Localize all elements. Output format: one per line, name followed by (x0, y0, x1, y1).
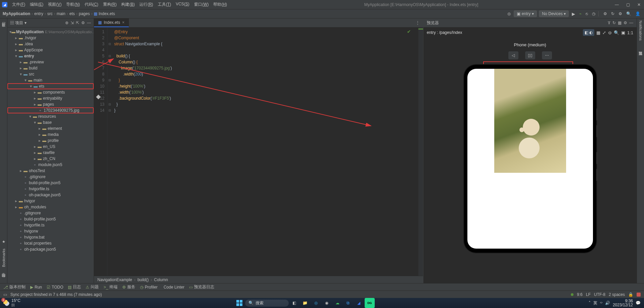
tree-row[interactable]: ▸▬oh_modules (7, 204, 94, 210)
editor-minimap[interactable] (418, 28, 423, 276)
tree-row[interactable]: ▫hvigorw.bat (7, 234, 94, 240)
fold-gutter[interactable]: ⊟⊟⊟⊟⊟⊟ (107, 28, 112, 276)
pv-grid-icon[interactable]: ▦ (596, 30, 600, 35)
pv-text-tool-icon[interactable]: 𝐓 (608, 20, 610, 25)
tree-row[interactable]: ▾▬base (7, 119, 94, 125)
bookmarks-icon[interactable]: ★ (2, 240, 5, 244)
breadcrumb-item[interactable]: entry (34, 11, 43, 16)
search-icon[interactable]: 🔍 (625, 11, 632, 17)
taskbar-weather[interactable]: 15°C 阴 (3, 298, 20, 308)
device-back-button[interactable]: ◁ (508, 51, 518, 59)
select-opened-icon[interactable]: ⊕ (65, 20, 68, 25)
explorer-icon[interactable]: 📁 (300, 298, 310, 308)
close-tab-icon[interactable]: × (122, 20, 125, 25)
tree-row[interactable]: ▸▬pages (7, 101, 94, 107)
coverage-button[interactable]: ⎋ (585, 11, 589, 17)
tree-row[interactable]: ▸▬rawfile (7, 150, 94, 156)
tree-row[interactable]: ▫oh-package.json5 (7, 246, 94, 252)
edge-icon[interactable]: ◎ (311, 298, 321, 308)
breadcrumb-item[interactable]: main (57, 11, 65, 16)
readonly-lock-icon[interactable]: 🔒 (628, 292, 633, 297)
tree-row[interactable]: ▫1702344909275.jpg (7, 107, 94, 113)
tree-row[interactable]: ▸▬.idea (7, 41, 94, 47)
bookmarks-tool-tab[interactable]: Bookmarks (2, 249, 6, 267)
hide-panel-icon[interactable]: — (87, 20, 91, 25)
caret-position[interactable]: 9:6 (577, 292, 583, 297)
tree-row[interactable]: ▾▬entry (7, 53, 94, 59)
ime-indicator[interactable]: 英 (593, 300, 597, 306)
toolwindow-tab[interactable]: ◷Profiler (140, 285, 157, 290)
settings-gear-icon[interactable]: ⚙ (81, 20, 85, 25)
breadcrumb-item[interactable]: MyApplication (3, 11, 30, 16)
tree-row[interactable]: ▸▬zh_CN (7, 156, 94, 162)
breadcrumb-item[interactable]: ▦ Index.ets (94, 11, 115, 16)
tree-row[interactable]: ▾▬src (7, 71, 94, 77)
tree-row[interactable]: ▫.gitignore (7, 210, 94, 216)
pv-hide-icon[interactable]: — (629, 20, 633, 25)
close-button[interactable]: ✕ (636, 2, 642, 8)
menu-item[interactable]: 运行(R) (137, 1, 155, 8)
tree-row[interactable]: ▸▬en_US (7, 144, 94, 150)
tree-row[interactable]: ▾▬resources (7, 113, 94, 119)
tree-row[interactable]: ▫hvigorfile.ts (7, 222, 94, 228)
datagrip-icon[interactable]: DG (365, 298, 375, 308)
toolwindow-tab[interactable]: ▤日志 (68, 284, 81, 290)
volume-icon[interactable]: 🔊 (605, 301, 610, 305)
tree-row[interactable]: ▸▬build (7, 65, 94, 71)
toolwindow-tab[interactable]: >_终端 (103, 284, 118, 290)
taskbar-search[interactable]: 🔍搜索 (245, 300, 289, 307)
menu-item[interactable]: 导航(N) (64, 1, 82, 8)
editor-breadcrumb[interactable]: NavigationExample› build()› Column (94, 276, 423, 283)
editor-tab-menu[interactable]: ⋮ (412, 20, 423, 25)
structure-icon[interactable]: ≡ (2, 272, 4, 276)
menu-item[interactable]: 窗口(W) (192, 1, 211, 8)
breadcrumb[interactable]: MyApplication›entry›src›main›ets›pages›▦… (3, 11, 115, 16)
tree-row[interactable]: ▫build-profile.json5 (7, 180, 94, 186)
wechat-icon[interactable]: ☁ (332, 298, 342, 308)
tree-row[interactable]: ▫.gitignore (7, 174, 94, 180)
wifi-icon[interactable]: ⌔ (600, 301, 602, 305)
toolwindow-tab[interactable]: ▶Run (30, 285, 42, 290)
device-more-button[interactable]: ⋯ (542, 51, 552, 59)
devecostudio-icon[interactable]: ◢ (354, 298, 364, 308)
settings-icon[interactable]: ⚙ (617, 11, 623, 17)
expand-icon[interactable]: ⇲ (71, 20, 74, 25)
pv-fit-icon[interactable]: ▣ (621, 30, 625, 35)
menu-item[interactable]: 帮助(H) (211, 1, 229, 8)
indent-setting[interactable]: 2 spaces (609, 292, 625, 297)
clock[interactable]: 9:36 2023/12/12 (613, 299, 633, 307)
device-screen[interactable] (467, 69, 593, 249)
module-selector[interactable]: ▣ entry ▾ (514, 10, 537, 17)
tree-row[interactable]: ▾▬main (7, 77, 94, 83)
tree-row[interactable]: ▾▬MyApplicationE:\HarmonyOS\MyApplicatio… (7, 29, 94, 35)
pv-zoomout-icon[interactable]: ⊖ (608, 30, 612, 35)
tree-row[interactable]: ▫hvigorfile.ts (7, 186, 94, 192)
toolwindow-tab[interactable]: ☑TODO (47, 285, 63, 290)
tree-row[interactable]: ▸▬profile (7, 138, 94, 144)
tree-row[interactable]: ▫build-profile.json5 (7, 216, 94, 222)
file-encoding[interactable]: UTF-8 (594, 292, 605, 297)
tree-row[interactable]: ▫hvigorw (7, 228, 94, 234)
pv-ratio-label[interactable]: 1:1 (627, 30, 633, 35)
notifications-icon[interactable]: 💬 (636, 301, 641, 305)
profile-button[interactable]: ◷ (591, 11, 596, 17)
tree-row[interactable]: ▸▬components (7, 89, 94, 95)
project-tree[interactable]: ▾▬MyApplicationE:\HarmonyOS\MyApplicatio… (7, 28, 94, 283)
menu-item[interactable]: 视图(V) (46, 1, 63, 8)
tree-row[interactable]: ▸▬element (7, 125, 94, 132)
tree-row[interactable]: ▸▬ohosTest (7, 168, 94, 174)
main-menu[interactable]: 文件(F)编辑(E)视图(V)导航(N)代码(C)重构(R)构建(B)运行(R)… (10, 1, 229, 8)
tray-chevron-icon[interactable]: ˄ (589, 301, 591, 305)
tree-row[interactable]: ▾▬ets (7, 83, 94, 89)
start-button[interactable] (234, 298, 244, 308)
breadcrumb-item[interactable]: ets (70, 11, 75, 16)
tree-row[interactable]: ▸▬.hvigor (7, 35, 94, 41)
run-button[interactable]: ▶ (571, 11, 576, 17)
toolwindow-tab[interactable]: Code Linter (162, 285, 184, 290)
task-view-icon[interactable]: ◧ (289, 298, 300, 308)
toolwindow-tab[interactable]: ▭预览器日志 (189, 284, 214, 290)
breadcrumb-item[interactable]: pages (79, 11, 90, 16)
breadcrumb-item[interactable]: src (47, 11, 53, 16)
build-icon[interactable]: ⚙ (602, 11, 608, 17)
menu-item[interactable]: 重构(R) (101, 1, 119, 8)
